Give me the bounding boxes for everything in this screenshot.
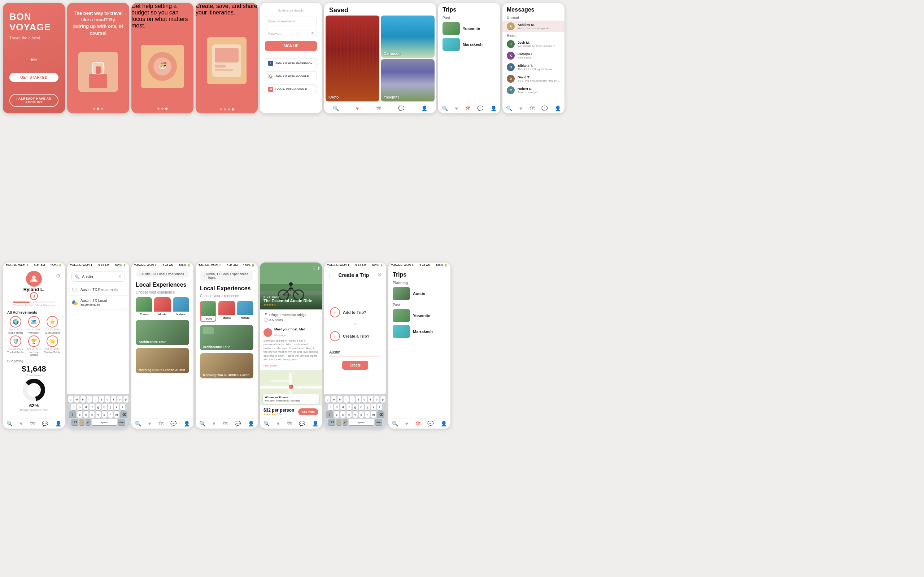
trip2-item-marrakesh[interactable]: Marrakesh [388, 324, 450, 339]
nav-chat-icon[interactable]: 💬 [170, 421, 177, 426]
nav-map-icon[interactable]: 🗺 [223, 421, 228, 426]
category-nature-2[interactable]: Nature [237, 301, 253, 322]
key-m[interactable]: m [114, 411, 119, 418]
key-e[interactable]: e [80, 396, 85, 403]
key-shift[interactable]: ⇧ [69, 411, 76, 418]
key-h[interactable]: h [102, 404, 107, 410]
nav-profile-icon[interactable]: 👤 [184, 421, 190, 426]
nav-chat-icon[interactable]: 💬 [299, 421, 305, 426]
nav-profile-icon[interactable]: 👤 [55, 421, 61, 426]
key-a2[interactable]: a [328, 404, 333, 410]
nav-map-icon[interactable]: 🗺 [415, 421, 421, 426]
nav-search-icon[interactable]: 🔍 [333, 105, 339, 111]
key-s2[interactable]: s [334, 404, 339, 410]
key-q2[interactable]: q [325, 396, 330, 403]
key-u[interactable]: u [105, 396, 110, 403]
trip-item-yosemite[interactable]: Yosemite [438, 21, 500, 37]
search-input[interactable]: Austin [82, 274, 116, 279]
key-1232[interactable]: 123 [328, 419, 335, 425]
key-n[interactable]: n [108, 411, 113, 418]
back-button-local-tours[interactable]: ‹ Austin, TX Local Experiences - Tours [200, 271, 253, 281]
key-n2[interactable]: n [365, 411, 370, 418]
nav-map-icon[interactable]: 🗺 [287, 421, 292, 426]
gear-icon[interactable]: ⚙ [56, 273, 61, 279]
nav-heart-icon[interactable]: ♥ [519, 105, 522, 111]
back-button-local-exp[interactable]: ‹ Austin, TX Local Experiences [136, 271, 189, 277]
key-p2[interactable]: p [381, 396, 386, 403]
carriacou-image[interactable]: Carriacou [381, 16, 435, 58]
nav-map-icon[interactable]: 🗺 [529, 105, 535, 111]
key-r[interactable]: r [87, 396, 92, 403]
key-space2[interactable]: space [349, 419, 374, 425]
nav-chat-icon[interactable]: 💬 [398, 105, 404, 111]
nav-chat-icon[interactable]: 💬 [542, 105, 548, 111]
already-have-account-button[interactable]: I ALREADY HAVE AN ACCOUNT [10, 94, 58, 107]
key-t2[interactable]: t [350, 396, 355, 403]
create-a-trip-option[interactable]: + Create a Trip? [324, 327, 386, 345]
message-item-kathryn[interactable]: K Kathryn L. Stone face! [503, 50, 564, 61]
nav-profile-icon[interactable]: 👤 [312, 421, 318, 426]
see-more-button[interactable]: See more [298, 408, 318, 415]
key-i2[interactable]: i [368, 396, 373, 403]
nav-search-icon[interactable]: 🔍 [264, 421, 270, 426]
key-j2[interactable]: j [365, 404, 370, 410]
key-b[interactable]: b [102, 411, 107, 418]
message-item-achilles[interactable]: A Achilles M. Yeah, that sounds good! [503, 21, 564, 32]
nav-map-icon[interactable]: 🗺 [376, 105, 381, 111]
key-return[interactable]: return [118, 419, 125, 425]
nav-heart-icon[interactable]: ♥ [212, 421, 215, 426]
nav-chat-icon[interactable]: 💬 [427, 421, 434, 426]
key-f[interactable]: f [90, 404, 95, 410]
key-g[interactable]: g [96, 404, 101, 410]
back-button-create-trip[interactable]: ‹ [328, 272, 330, 278]
key-c2[interactable]: c [347, 411, 352, 418]
key-e2[interactable]: e [337, 396, 342, 403]
facebook-signup-button[interactable]: f SIGN UP WITH FACEBOOK [265, 58, 317, 68]
add-to-trip-option[interactable]: + Add to Trip? [324, 303, 386, 322]
key-t[interactable]: t [93, 396, 98, 403]
nav-profile-icon[interactable]: 👤 [490, 105, 497, 111]
key-x2[interactable]: x [341, 411, 345, 418]
category-tours-active[interactable]: Tours [200, 301, 216, 322]
key-l[interactable]: l [120, 404, 125, 410]
key-k2[interactable]: k [371, 404, 376, 410]
key-123[interactable]: 123 [71, 419, 78, 425]
key-y2[interactable]: y [356, 396, 361, 403]
key-m2[interactable]: m [371, 411, 376, 418]
listing-morning-run[interactable]: Morning Run in Hidden Austin [136, 348, 189, 373]
search-input-box[interactable]: 🔍 Austin ✕ [71, 272, 125, 282]
key-o[interactable]: o [117, 396, 122, 403]
message-item-david[interactable]: D David T. YES. We should totally rent b… [503, 73, 564, 84]
message-item-robert[interactable]: R Robert C. Joyeux voyage! [503, 84, 564, 96]
nav-heart-icon[interactable]: ♥ [356, 105, 359, 111]
key-d[interactable]: d [84, 404, 88, 410]
key-y[interactable]: y [99, 396, 104, 403]
key-v2[interactable]: v [353, 411, 358, 418]
category-tours[interactable]: Tours [136, 297, 152, 317]
trip-name-input[interactable]: Austin [329, 348, 381, 356]
key-a[interactable]: a [71, 404, 76, 410]
key-emoji2[interactable]: 😊 [336, 419, 341, 425]
trip-item-marrakesh[interactable]: Marrakesh [438, 37, 500, 52]
search-result-restaurants[interactable]: 🍽️ Austin, TX Restaurants [67, 284, 129, 296]
listing-architecture-tour[interactable]: Architecture Tour [136, 320, 189, 345]
search-result-experiences[interactable]: 🎭 Austin, TX Local Experiences [67, 296, 129, 310]
key-u2[interactable]: u [362, 396, 367, 403]
key-shift2[interactable]: ⇧ [326, 411, 333, 418]
trip2-item-austin[interactable]: Austin [388, 285, 450, 301]
key-r2[interactable]: r [344, 396, 349, 403]
key-delete[interactable]: ⌫ [120, 411, 127, 418]
key-j[interactable]: j [108, 404, 113, 410]
google-login-button[interactable]: ✉ LOG IN WITH GOOGLE [265, 84, 317, 94]
key-h2[interactable]: h [359, 404, 364, 410]
signup-button[interactable]: SIGN UP [265, 41, 317, 51]
email-field[interactable]: Email or username [265, 17, 317, 26]
key-x[interactable]: x [84, 411, 88, 418]
key-w[interactable]: w [74, 396, 79, 403]
get-started-button[interactable]: GET STARTED [10, 73, 58, 82]
yosemite-image[interactable]: Yosemite [381, 59, 435, 102]
nav-search-icon[interactable]: 🔍 [199, 421, 206, 426]
key-p[interactable]: p [124, 396, 129, 403]
key-emoji[interactable]: 😊 [79, 419, 84, 425]
nav-heart-icon[interactable]: ♥ [20, 421, 23, 426]
